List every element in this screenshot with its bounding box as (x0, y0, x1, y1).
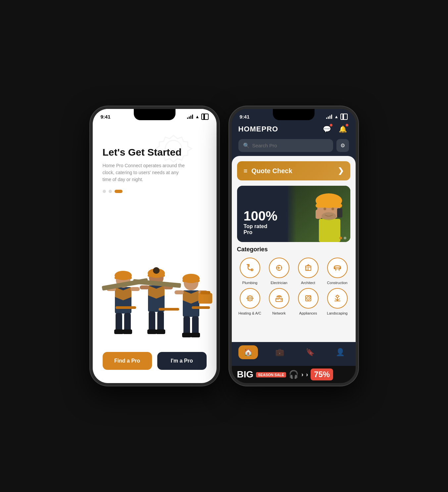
nav-jobs[interactable]: 💼 (271, 347, 288, 358)
home-nav-icon: 🏠 (244, 348, 253, 357)
scroll-content[interactable]: ≡ Quote Check ❯ 100% Top rated Pro (232, 156, 356, 342)
svg-rect-31 (174, 290, 184, 294)
electrician-label: Electrician (271, 281, 287, 285)
dot-3 (115, 190, 123, 193)
quote-check-label: Quote Check (251, 167, 292, 175)
status-icons-left: ▲ ▌ (187, 114, 208, 120)
pagination-dots (103, 190, 207, 193)
messages-button[interactable]: 💬 (321, 123, 333, 135)
svg-rect-52 (288, 186, 312, 242)
svg-point-49 (324, 208, 326, 210)
dot-1 (103, 190, 106, 193)
app-header: HOMEPRO 💬 🔔 (232, 120, 356, 139)
banner-dot-2 (344, 237, 346, 239)
svg-point-64 (308, 298, 309, 299)
bottom-nav: 🏠 💼 🔖 👤 (232, 342, 356, 366)
phone-right: 9:41 ▲ ▌ HOMEPRO 💬 (229, 106, 358, 386)
battery-icon-right: ▌ (340, 114, 347, 120)
dot-2 (109, 190, 112, 193)
svg-rect-46 (316, 204, 342, 208)
heating-label: Heating & A/C (238, 311, 261, 315)
ad-arrow-2: › (306, 371, 308, 378)
category-construction[interactable]: Construction (324, 258, 350, 285)
quote-check-banner[interactable]: ≡ Quote Check ❯ (237, 161, 350, 180)
svg-rect-7 (130, 287, 140, 291)
category-appliances[interactable]: Appliances (295, 288, 321, 315)
quote-arrow-icon: ❯ (338, 167, 344, 175)
svg-point-50 (331, 208, 334, 210)
svg-point-18 (153, 267, 160, 274)
ad-banner[interactable]: BIG SEASON SALE 🎧 › › 75% (232, 366, 356, 383)
hero-content: 100% Top rated Pro (244, 209, 277, 235)
hero-subtitle: Top rated (244, 223, 277, 229)
filter-button[interactable]: ⚙ (336, 139, 349, 152)
screen-right: 9:41 ▲ ▌ HOMEPRO 💬 (232, 109, 356, 383)
ad-season-text: SEASON SALE (256, 372, 286, 377)
search-icon: 🔍 (243, 142, 250, 149)
notifications-badge (346, 124, 348, 126)
gear-decoration (140, 116, 207, 183)
svg-rect-39 (116, 306, 136, 309)
landscaping-label: Landscaping (327, 311, 347, 315)
wifi-icon-right: ▲ (334, 114, 338, 119)
category-network[interactable]: Network (266, 288, 292, 315)
svg-rect-19 (140, 285, 149, 289)
plumbing-label: Plumbing (242, 281, 258, 285)
svg-rect-38 (191, 333, 200, 337)
svg-rect-37 (182, 333, 191, 337)
find-pro-button[interactable]: Find a Pro (103, 352, 152, 370)
nav-bookmarks[interactable]: 🔖 (302, 347, 319, 358)
hero-banner[interactable]: 100% Top rated Pro (237, 186, 350, 242)
status-time-right: 9:41 (240, 114, 250, 120)
notch-left (134, 109, 175, 120)
svg-rect-17 (148, 274, 165, 277)
hero-percent: 100% (244, 209, 277, 223)
banner-dots (339, 237, 346, 239)
app-logo: HOMEPRO (238, 125, 278, 133)
category-plumbing[interactable]: Plumbing (237, 258, 263, 285)
svg-rect-34 (200, 291, 210, 294)
construction-icon-circle (327, 258, 348, 278)
search-bar[interactable]: 🔍 (238, 139, 333, 152)
svg-point-61 (280, 299, 282, 301)
status-time-left: 9:41 (101, 114, 111, 120)
construction-label: Construction (327, 281, 348, 285)
signal-icon (187, 115, 193, 119)
category-electrician[interactable]: Electrician (266, 258, 292, 285)
plumbing-icon-circle (240, 258, 260, 278)
messages-badge (330, 124, 332, 126)
appliances-label: Appliances (299, 311, 317, 315)
categories-section: Categories Plumbing (237, 246, 350, 315)
ad-percent-text: 75% (311, 369, 333, 380)
nav-home[interactable]: 🏠 (238, 345, 258, 359)
search-input[interactable] (252, 143, 328, 148)
svg-point-0 (165, 140, 182, 157)
quote-check-left: ≡ Quote Check (244, 167, 292, 175)
appliances-icon-circle (298, 288, 319, 309)
svg-rect-30 (182, 279, 200, 282)
filter-icon: ⚙ (340, 143, 345, 148)
workers-illustration (93, 247, 217, 347)
network-icon-circle (269, 288, 289, 309)
svg-point-51 (322, 212, 336, 220)
ad-arrow-1: › (301, 371, 303, 378)
ad-season-block: SEASON SALE (256, 371, 286, 377)
network-label: Network (272, 311, 285, 315)
wifi-icon: ▲ (195, 114, 199, 119)
svg-rect-24 (147, 329, 157, 334)
svg-rect-25 (156, 329, 165, 334)
bottom-buttons: Find a Pro I'm a Pro (103, 352, 207, 370)
category-heating[interactable]: Heating & A/C (237, 288, 263, 315)
svg-rect-41 (192, 306, 210, 309)
category-landscaping[interactable]: Landscaping (324, 288, 350, 315)
nav-profile[interactable]: 👤 (332, 347, 349, 358)
category-architect[interactable]: Architect (295, 258, 321, 285)
ad-product-icon: 🎧 (289, 370, 299, 379)
phones-container: 9:41 ▲ ▌ Let's Get Started Home Pro Conn… (90, 106, 358, 386)
i-am-pro-button[interactable]: I'm a Pro (157, 352, 207, 370)
screen-left: 9:41 ▲ ▌ Let's Get Started Home Pro Conn… (93, 109, 217, 383)
categories-title: Categories (237, 246, 350, 253)
notifications-button[interactable]: 🔔 (337, 123, 349, 135)
bookmarks-nav-icon: 🔖 (306, 348, 315, 357)
banner-dot-1 (339, 237, 342, 239)
